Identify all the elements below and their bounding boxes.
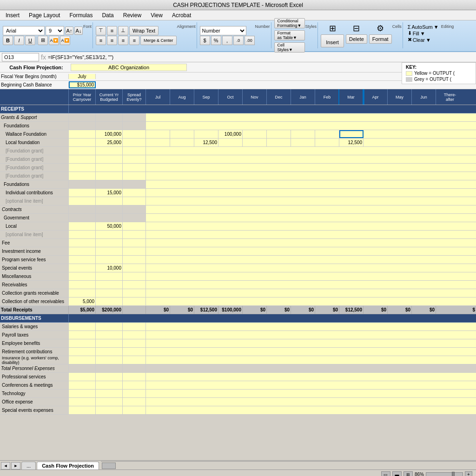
fill-dropdown[interactable]: ▼ [420, 31, 425, 36]
tr-jun[interactable]: $0 [412, 306, 436, 314]
fg3-prev[interactable] [69, 164, 96, 172]
see-months[interactable] [146, 406, 476, 414]
f2-prev[interactable] [69, 180, 96, 188]
wallace-jan[interactable] [291, 130, 315, 138]
font-color-btn[interactable]: A🔽 [60, 36, 70, 45]
italic-btn[interactable]: I [14, 36, 24, 45]
font-family-select[interactable]: Arial [3, 26, 45, 35]
oe-prev[interactable] [69, 398, 96, 406]
pay-prev[interactable] [69, 331, 96, 339]
f2-months[interactable] [146, 180, 476, 188]
ol1-months[interactable] [146, 197, 476, 205]
g-prev[interactable] [69, 113, 96, 121]
eb-months[interactable] [146, 339, 476, 347]
org-name-cell[interactable]: ABC Organization [71, 64, 187, 71]
ins-months[interactable] [146, 356, 476, 364]
f-spread[interactable] [123, 122, 146, 130]
fee-prev[interactable] [69, 239, 96, 247]
clear-dropdown[interactable]: ▼ [426, 37, 431, 43]
name-box[interactable] [2, 53, 39, 61]
border-btn[interactable]: ⊞ [38, 36, 48, 45]
ic-curr[interactable]: 15,000 [96, 189, 123, 197]
justify-btn[interactable]: ≡ [129, 36, 139, 45]
wallace-sep[interactable] [194, 130, 218, 138]
menu-acrobat[interactable]: Acrobat [168, 11, 195, 20]
pay-months[interactable] [146, 331, 476, 339]
oe-curr[interactable] [96, 398, 123, 406]
tr-oct[interactable]: $100,000 [218, 306, 243, 314]
fg1-curr[interactable] [96, 147, 123, 155]
se-spread[interactable] [123, 264, 146, 272]
cell-styles-btn[interactable]: CellStyles▼ [274, 42, 305, 53]
insert-cells-btn[interactable]: Insert [321, 34, 344, 47]
or-months[interactable] [146, 298, 476, 305]
tech-months[interactable] [146, 390, 476, 397]
scroll-thumb[interactable] [102, 463, 116, 469]
see-curr[interactable] [96, 406, 123, 414]
fg1-spread[interactable] [123, 147, 146, 155]
misc-months[interactable] [146, 272, 476, 280]
ins-prev[interactable] [69, 356, 96, 364]
zoom-slider-thumb[interactable] [452, 472, 455, 476]
misc-prev[interactable] [69, 272, 96, 280]
f-curr[interactable] [96, 122, 123, 130]
ps-prev[interactable] [69, 373, 96, 381]
oe-months[interactable] [146, 398, 476, 406]
loc-prev[interactable] [69, 222, 96, 230]
se-months[interactable] [146, 264, 476, 272]
wallace-rest[interactable] [364, 130, 476, 138]
view-layout-btn[interactable]: ▬ [392, 471, 402, 476]
tp-spread[interactable] [123, 364, 146, 372]
sheet-tab-cash-flow[interactable]: Cash Flow Projection [37, 462, 99, 469]
ret-curr[interactable] [96, 348, 123, 356]
oe-spread[interactable] [123, 398, 146, 406]
tr-mar[interactable]: $12,500 [339, 306, 364, 314]
increase-decimal-btn[interactable]: .0 [233, 36, 244, 45]
sal-spread[interactable] [123, 323, 146, 331]
wallace-nov[interactable] [243, 130, 267, 138]
con-spread[interactable] [123, 205, 146, 213]
tp-months[interactable] [146, 364, 476, 372]
gr-months[interactable] [146, 289, 476, 297]
ic-spread[interactable] [123, 189, 146, 197]
lf-feb[interactable] [315, 139, 339, 146]
align-right-btn[interactable]: ≡ [118, 36, 128, 45]
recv-spread[interactable] [123, 281, 146, 289]
pf-curr[interactable] [96, 256, 123, 264]
tr-curr[interactable]: $200,000 [96, 306, 123, 314]
tr-sep[interactable]: $12,500 [194, 306, 218, 314]
se-curr[interactable]: 10,000 [96, 264, 123, 272]
ps-curr[interactable] [96, 373, 123, 381]
or-spread[interactable] [123, 298, 146, 305]
wallace-oct[interactable]: 100,000 [218, 130, 243, 138]
wallace-spread[interactable] [123, 130, 146, 138]
fg3-spread[interactable] [123, 164, 146, 172]
tech-curr[interactable] [96, 390, 123, 397]
cm-curr[interactable] [96, 381, 123, 389]
ps-months[interactable] [146, 373, 476, 381]
underline-btn[interactable]: U [25, 36, 35, 45]
fg4-curr[interactable] [96, 172, 123, 180]
ol1-prev[interactable] [69, 197, 96, 205]
tr-jul[interactable]: $0 [146, 306, 170, 314]
view-normal-btn[interactable]: ▭ [381, 471, 390, 476]
lf-rest[interactable] [364, 139, 476, 146]
wallace-aug[interactable] [170, 130, 194, 138]
g-spread[interactable] [123, 113, 146, 121]
menu-view[interactable]: View [147, 11, 166, 20]
autosum-dropdown[interactable]: ▼ [434, 24, 439, 30]
lf-jul[interactable] [146, 139, 170, 146]
ret-spread[interactable] [123, 348, 146, 356]
or-curr[interactable] [96, 298, 123, 305]
tr-feb[interactable]: $0 [315, 306, 339, 314]
or-prev[interactable]: 5,000 [69, 298, 96, 305]
wallace-curr[interactable]: 100,000 [96, 130, 123, 138]
ii-curr[interactable] [96, 247, 123, 255]
ii-prev[interactable] [69, 247, 96, 255]
formula-input[interactable] [48, 53, 474, 61]
comma-btn[interactable]: , [222, 36, 232, 45]
eb-curr[interactable] [96, 339, 123, 347]
recv-months[interactable] [146, 281, 476, 289]
lf-nov[interactable] [243, 139, 267, 146]
fg3-months[interactable] [146, 164, 476, 172]
